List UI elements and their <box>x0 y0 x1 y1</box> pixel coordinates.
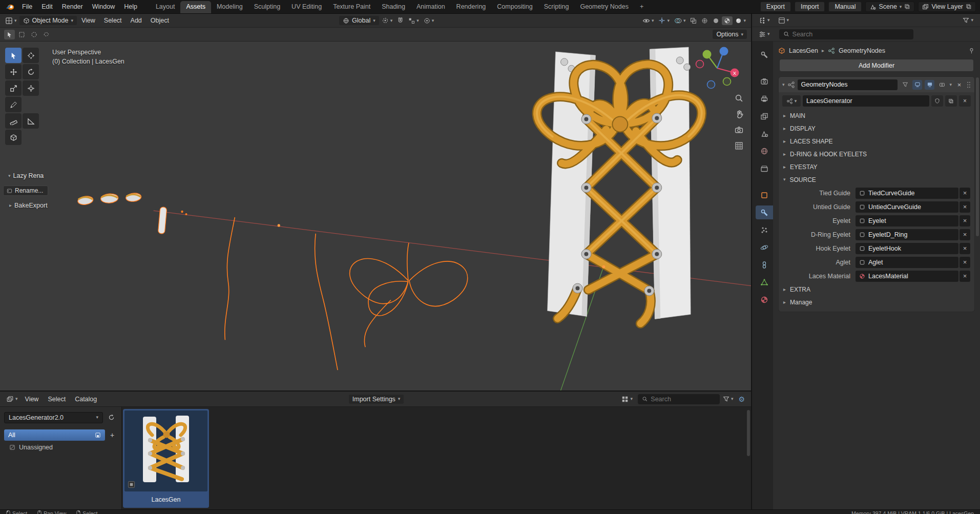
xray-toggle[interactable] <box>688 16 699 25</box>
viewport-menu-view[interactable]: View <box>77 15 99 26</box>
asset-library-dropdown[interactable]: LacesGenerator2.0 ▾ <box>4 412 103 423</box>
snap-toggle[interactable] <box>395 16 406 25</box>
select-mode-circle-button[interactable] <box>29 30 39 39</box>
scene-selector[interactable]: Scene ▾ <box>865 2 914 12</box>
asset-card-lacesgen[interactable]: LacesGen <box>123 409 209 508</box>
menu-file[interactable]: File <box>17 2 37 12</box>
node-group-browse-button[interactable]: ▾ <box>782 95 801 107</box>
modifier-editmode-toggle[interactable] <box>912 80 922 90</box>
modifier-name-input[interactable] <box>798 79 898 90</box>
tool-add-cube[interactable] <box>5 130 22 145</box>
pivot-point-dropdown[interactable]: ▾ <box>380 16 395 25</box>
import-button[interactable]: Import <box>795 2 825 12</box>
clear-laces-material-button[interactable]: × <box>960 271 970 282</box>
tool-transform[interactable] <box>23 80 39 96</box>
gizmos-dropdown[interactable]: ▾ <box>656 16 672 25</box>
clear-tied-guide-button[interactable]: × <box>960 188 970 199</box>
gizmo-neg-z-axis[interactable] <box>707 81 715 89</box>
viewport-3d[interactable]: User Perspective (0) Collection | LacesG… <box>0 42 751 390</box>
asset-editor-type-button[interactable]: ▾ <box>4 395 20 404</box>
asset-grid-scrollbar[interactable] <box>747 410 750 456</box>
tab-scripting[interactable]: Scripting <box>538 1 575 13</box>
tab-view-layer-properties[interactable] <box>756 109 773 123</box>
outliner-editor-type-button[interactable]: ▾ <box>757 16 772 25</box>
modifier-extras-chevron-icon[interactable]: ▾ <box>949 83 952 87</box>
clear-eyelet-button[interactable]: × <box>960 215 970 227</box>
tab-world-properties[interactable] <box>756 144 773 158</box>
select-mode-tweak-button[interactable] <box>4 30 15 39</box>
rename-button[interactable]: Rename... <box>3 186 48 196</box>
section-laces-shape[interactable]: ▸LACES SHAPE <box>779 135 974 148</box>
tab-scene-properties[interactable] <box>756 127 773 140</box>
section-manage[interactable]: ▸Manage <box>779 296 974 309</box>
proportional-editing-dropdown[interactable]: ▾ <box>422 16 436 25</box>
tool-measure[interactable] <box>5 113 22 129</box>
modifier-filter-button[interactable] <box>900 80 910 90</box>
tab-modeling[interactable]: Modeling <box>211 1 248 13</box>
modifier-render-toggle[interactable] <box>937 80 947 90</box>
shading-rendered-button[interactable]: ▾ <box>733 16 748 25</box>
tab-render-properties[interactable] <box>756 74 773 88</box>
add-workspace-button[interactable]: + <box>634 1 649 13</box>
tab-compositing[interactable]: Compositing <box>491 1 538 13</box>
outliner-display-mode-button[interactable]: ▾ <box>776 16 791 25</box>
asset-filter-button[interactable]: ▾ <box>721 395 736 403</box>
tab-layout[interactable]: Layout <box>150 1 181 13</box>
node-group-name-field[interactable]: LacesGenerator <box>803 95 929 107</box>
tab-object-properties[interactable] <box>756 188 773 202</box>
section-main[interactable]: ▸MAIN <box>779 109 974 122</box>
navigation-gizmo[interactable]: X <box>694 45 741 92</box>
shading-solid-button[interactable] <box>711 16 721 25</box>
tied-guide-field[interactable]: TiedCurveGuide <box>856 188 958 199</box>
properties-search-input[interactable] <box>793 31 909 38</box>
breadcrumb-object[interactable]: LacesGen <box>789 47 818 54</box>
mode-dropdown[interactable]: Object Mode ▾ <box>19 16 77 25</box>
laces-material-field[interactable]: LacesMaterial <box>856 271 958 282</box>
clear-dring-eyelet-button[interactable]: × <box>960 229 970 240</box>
add-catalog-button[interactable]: + <box>107 430 117 440</box>
tab-material-properties[interactable] <box>756 293 773 306</box>
chevron-down-icon[interactable]: ▾ <box>782 83 785 87</box>
eyelet-field[interactable]: Eyelet <box>856 215 958 227</box>
tab-sculpting[interactable]: Sculpting <box>248 1 286 13</box>
view-layer-selector[interactable]: View Layer <box>918 2 976 12</box>
select-mode-lasso-button[interactable] <box>41 30 52 39</box>
dring-eyelet-field[interactable]: EyeletD_Ring <box>856 229 958 240</box>
tool-annotate[interactable] <box>5 97 22 112</box>
shading-material-button[interactable] <box>722 16 733 25</box>
tab-geometry-nodes[interactable]: Geometry Nodes <box>574 1 634 13</box>
viewport-3d-scene[interactable] <box>0 42 751 390</box>
camera-view-icon[interactable] <box>735 126 743 134</box>
tab-physics-properties[interactable] <box>756 240 773 254</box>
select-mode-box-button[interactable] <box>16 30 27 39</box>
pan-hand-icon[interactable] <box>735 110 743 118</box>
clear-aglet-button[interactable]: × <box>960 257 970 268</box>
breadcrumb-modifier[interactable]: GeometryNodes <box>839 47 885 54</box>
overlays-dropdown[interactable]: ▾ <box>672 16 688 25</box>
tool-select-box[interactable] <box>5 48 22 63</box>
new-scene-icon[interactable] <box>904 4 910 10</box>
menu-help[interactable]: Help <box>119 2 142 12</box>
menu-render[interactable]: Render <box>57 2 88 12</box>
viewport-menu-object[interactable]: Object <box>147 15 173 26</box>
properties-editor-type-button[interactable]: ▾ <box>757 30 772 39</box>
tab-output-properties[interactable] <box>756 92 773 106</box>
menu-window[interactable]: Window <box>88 2 119 12</box>
properties-search-field[interactable] <box>779 29 913 39</box>
section-extra[interactable]: ▸EXTRA <box>779 283 974 296</box>
section-source[interactable]: ▾SOURCE <box>779 173 974 186</box>
asset-menu-view[interactable]: View <box>21 394 43 404</box>
add-modifier-button[interactable]: Add Modifier <box>779 59 974 72</box>
manual-button[interactable]: Manual <box>828 2 862 12</box>
options-dropdown[interactable]: Options ▾ <box>713 30 747 39</box>
bake-export-item[interactable]: ▸ BakeExport <box>9 202 48 209</box>
untied-guide-field[interactable]: UntiedCurveGuide <box>856 201 958 213</box>
asset-menu-select[interactable]: Select <box>44 394 70 404</box>
pin-id-button[interactable] <box>968 48 975 54</box>
tab-object-data-properties[interactable] <box>756 275 773 289</box>
catalog-item-unassigned[interactable]: Unassigned <box>4 442 117 453</box>
tab-animation[interactable]: Animation <box>411 1 451 13</box>
asset-menu-catalog[interactable]: Catalog <box>71 394 101 404</box>
asset-thumbnail[interactable] <box>124 410 207 491</box>
tool-scale[interactable] <box>5 80 22 96</box>
